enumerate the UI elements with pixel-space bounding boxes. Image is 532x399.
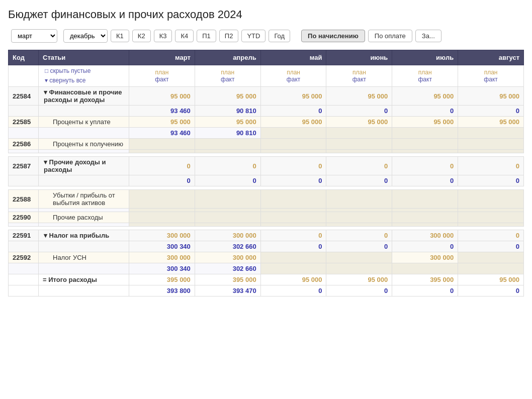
header-june: июнь [326,50,392,65]
table-row: 22592Налог УСН300 000300 000300 000 [9,252,524,263]
period-to-select[interactable]: декабрь январь июнь [63,29,108,43]
row-separator [9,227,524,230]
budget-table: Код Статьи март апрель май июнь июль авг… [8,50,524,296]
table-row: 22591▾ Налог на прибыль300 000300 000003… [9,230,524,241]
subheader-may: план факт [260,65,326,87]
period-k1-button[interactable]: К1 [111,30,129,42]
table-row: 22584▾ Финансовые и прочие расходы и дох… [9,87,524,106]
period-year-button[interactable]: Год [269,30,290,42]
header-april: апрель [195,50,260,65]
subheader-controls[interactable]: □ скрыть пустые ▾ свернуть все [39,65,129,87]
table-row: 22586Проценты к получению [9,139,524,150]
total-row-fact: 393 800393 4700000 [9,285,524,296]
subheader-march: план факт [129,65,195,87]
table-row: 300 340302 660 [9,263,524,274]
header-name: Статьи [39,50,129,65]
table-row: 93 46090 8100000 [9,106,524,117]
toolbar: март январь февраль апрель декабрь январ… [8,29,524,43]
subheader-april: план факт [195,65,260,87]
period-p2-button[interactable]: П2 [219,30,239,42]
subheader-july: план факт [392,65,458,87]
table-row [9,223,524,227]
table-row: 22585Проценты к уплате95 00095 00095 000… [9,117,524,128]
table-row: 300 340302 6600000 [9,241,524,252]
table-row: 93 46090 810 [9,128,524,139]
row-separator [9,186,524,190]
subheader-code-cell [9,65,39,87]
row-separator [9,153,524,157]
header-august: август [458,50,524,65]
view-accrual-button[interactable]: По начислению [301,30,365,42]
view-other-button[interactable]: За... [415,30,441,42]
table-row: 22590Прочие расходы [9,212,524,223]
period-k2-button[interactable]: К2 [132,30,151,42]
header-july: июль [392,50,458,65]
period-ytd-button[interactable]: YTD [241,30,265,42]
view-payment-button[interactable]: По оплате [368,30,412,42]
period-p1-button[interactable]: П1 [197,30,216,42]
collapse-all-control[interactable]: ▾ свернуть все [45,76,125,85]
total-row-plan: = Итого расходы395 000395 00095 00095 00… [9,274,524,285]
plan-label-march: план [155,69,169,76]
table-row [9,150,524,153]
period-from-select[interactable]: март январь февраль апрель [11,29,57,43]
table-row [9,209,524,212]
table-header-row: Код Статьи март апрель май июнь июль авг… [9,50,524,65]
period-k4-button[interactable]: К4 [175,30,194,42]
subheader-august: план факт [458,65,524,87]
header-code: Код [9,50,39,65]
hide-empty-control[interactable]: □ скрыть пустые [45,66,125,76]
fact-label-march: факт [155,76,168,83]
table-row: 22588Убытки / прибыль от выбытия активов [9,190,524,209]
header-march: март [129,50,195,65]
subheader-june: план факт [326,65,392,87]
page-title: Бюджет финансовых и прочих расходов 2024 [8,8,524,21]
table-row: 000000 [9,175,524,186]
table-subheader-row: □ скрыть пустые ▾ свернуть все план факт… [9,65,524,87]
header-may: май [260,50,326,65]
table-row: 22587▾ Прочие доходы и расходы000000 [9,157,524,175]
period-k3-button[interactable]: К3 [154,30,172,42]
